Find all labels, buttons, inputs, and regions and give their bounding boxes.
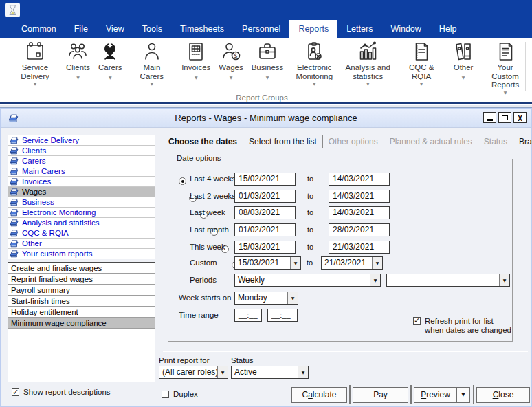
ribbon-button-cqc-rqia[interactable]: CQC & RQIA▼ (395, 40, 448, 87)
date-from-field[interactable]: 08/03/2021 (234, 206, 296, 219)
dropdown-arrow-icon[interactable] (298, 366, 308, 378)
list-item-label: Payroll summary (11, 286, 70, 294)
to-label: to (307, 192, 313, 200)
date-from-field[interactable]: 15/03/2021 (234, 241, 296, 254)
time-from-field[interactable]: __:__ (234, 309, 262, 322)
periods-dropdown[interactable]: Weekly (234, 274, 381, 287)
date-from-field[interactable]: 01/03/2021 (234, 190, 296, 203)
ribbon-button-invoices[interactable]: Invoices▼ (177, 40, 214, 81)
periods-secondary-dropdown[interactable] (386, 274, 510, 287)
menu-tab-view[interactable]: View (97, 20, 133, 38)
preview-dropdown-button[interactable] (456, 387, 470, 403)
show-report-descriptions-row[interactable]: Show report descriptions (12, 388, 111, 396)
refresh-print-checkbox-row[interactable]: Refresh print for list when dates are ch… (413, 317, 513, 335)
list-item[interactable]: Other (8, 239, 155, 249)
list-item[interactable]: Analysis and statistics (8, 218, 155, 228)
list-item[interactable]: Reprint finalised wages (8, 274, 155, 285)
date-to-field[interactable]: 28/02/2021 (329, 223, 390, 236)
menu-tab-reports[interactable]: Reports (289, 20, 337, 38)
tab-planned-actual-rules[interactable]: Planned & actual rules (384, 135, 478, 148)
ribbon-button-wages[interactable]: $ Wages▼ (214, 40, 247, 81)
list-item[interactable]: Minimum wage compliance (8, 318, 155, 329)
ribbon-button-other[interactable]: Other▼ (448, 40, 478, 81)
pay-button[interactable]: Pay (353, 387, 408, 403)
list-item[interactable]: Payroll summary (8, 285, 155, 296)
preview-button[interactable]: Preview (414, 387, 457, 403)
date-to-field[interactable]: 14/03/2021 (329, 206, 390, 219)
refresh-print-checkbox[interactable] (413, 317, 421, 324)
dropdown-arrow-icon[interactable] (217, 366, 228, 378)
ribbon-button-carers[interactable]: Carers▼ (94, 40, 126, 81)
tab-other-options[interactable]: Other options (323, 135, 384, 148)
close-icon (518, 111, 522, 124)
status-dropdown[interactable]: Active (231, 366, 309, 379)
list-item[interactable]: Invoices (8, 177, 155, 187)
close-dialog-button[interactable]: Close (476, 387, 530, 403)
menu-tab-letters[interactable]: Letters (337, 20, 381, 38)
custom-to-dropdown[interactable]: 21/03/2021 (321, 256, 383, 270)
list-item-label: Start-finish times (11, 297, 70, 305)
menu-tab-window[interactable]: Window (381, 20, 430, 38)
list-item[interactable]: Clients (8, 146, 155, 156)
time-to-field[interactable]: __:__ (267, 309, 298, 322)
dropdown-arrow-icon[interactable] (372, 257, 382, 269)
dialog-titlebar[interactable]: Reports - Wages - Minimum wage complianc… (1, 109, 531, 128)
list-item[interactable]: CQC & RQIA (8, 228, 155, 239)
tab-choose-the-dates[interactable]: Choose the dates (163, 135, 243, 148)
ribbon-button-electronic-monitoring[interactable]: Electronic Monitoring▼ (287, 40, 341, 87)
list-item[interactable]: Service Delivery (8, 135, 155, 146)
radio-label: Last week (190, 208, 225, 217)
ribbon-button-business[interactable]: Business▼ (247, 40, 288, 81)
duplex-checkbox[interactable] (162, 390, 169, 398)
menu-tab-tools[interactable]: Tools (133, 20, 171, 38)
list-item-label: Main Carers (22, 167, 65, 175)
ribbon-button-service-delivery[interactable]: Service Delivery▼ (8, 40, 62, 87)
menu-tab-file[interactable]: File (65, 20, 97, 38)
ribbon-button-your-custom-reports[interactable]: Your Custom Reports▼ (478, 40, 532, 96)
dropdown-arrow-icon[interactable] (290, 257, 300, 269)
show-report-descriptions-checkbox[interactable] (12, 388, 19, 396)
date-to-field[interactable]: 21/03/2021 (329, 241, 390, 254)
list-item[interactable]: Create and finalise wages (8, 263, 155, 274)
list-item[interactable]: Business (8, 197, 155, 208)
maximize-button[interactable] (498, 112, 511, 123)
print-report-for-dropdown[interactable]: (All carer roles) (159, 366, 228, 379)
tab-branches[interactable]: Branches (513, 135, 532, 148)
list-item[interactable]: Carers (8, 156, 155, 166)
week-starts-on-dropdown[interactable]: Monday (234, 292, 298, 305)
tab-select-from-the-list[interactable]: Select from the list (243, 135, 323, 148)
menu-tab-help[interactable]: Help (430, 20, 466, 38)
date-to-field[interactable]: 14/03/2021 (329, 190, 390, 203)
list-item[interactable]: Your custom reports (8, 249, 155, 259)
report-icon (10, 240, 19, 248)
date-from-field[interactable]: 01/02/2021 (234, 223, 296, 236)
list-item[interactable]: Start-finish times (8, 296, 155, 307)
ribbon-toolbar: Service Delivery▼ Clients▼ Carers▼ Main … (0, 38, 532, 104)
dropdown-arrow-icon[interactable] (287, 292, 298, 304)
list-item[interactable]: Wages (8, 187, 155, 197)
ribbon-button-clients[interactable]: Clients▼ (62, 40, 94, 81)
radio-last-4-weeks[interactable] (179, 177, 186, 185)
dialog-title: Reports - Wages - Minimum wage complianc… (1, 113, 531, 123)
dropdown-arrow-icon[interactable] (499, 274, 509, 286)
close-button[interactable] (513, 112, 527, 123)
tab-status[interactable]: Status (478, 135, 513, 148)
calculate-button[interactable]: Calculate (291, 387, 347, 403)
dropdown-arrow-icon[interactable] (370, 274, 380, 286)
duplex-row[interactable]: Duplex (162, 390, 198, 398)
menu-tab-personnel[interactable]: Personnel (233, 20, 289, 38)
list-item-label: Carers (22, 157, 46, 165)
date-from-field[interactable]: 15/02/2021 (234, 173, 296, 186)
list-item[interactable]: Electronic Monitoring (8, 208, 155, 218)
ribbon-button-analysis-statistics[interactable]: Analysis and statistics▼ (341, 40, 395, 87)
menu-tab-timesheets[interactable]: Timesheets (171, 20, 233, 38)
ribbon-button-main-carers[interactable]: Main Carers▼ (126, 40, 178, 87)
custom-from-dropdown[interactable]: 15/03/2021 (234, 256, 301, 270)
list-item[interactable]: Main Carers (8, 166, 155, 177)
date-to-field[interactable]: 14/03/2021 (329, 173, 390, 186)
list-item-label: Electronic Monitoring (22, 208, 96, 217)
minimize-button[interactable] (483, 112, 496, 123)
menu-tab-common[interactable]: Common (12, 20, 65, 38)
svg-text:$: $ (234, 52, 237, 59)
list-item[interactable]: Holiday entitlement (8, 307, 155, 318)
